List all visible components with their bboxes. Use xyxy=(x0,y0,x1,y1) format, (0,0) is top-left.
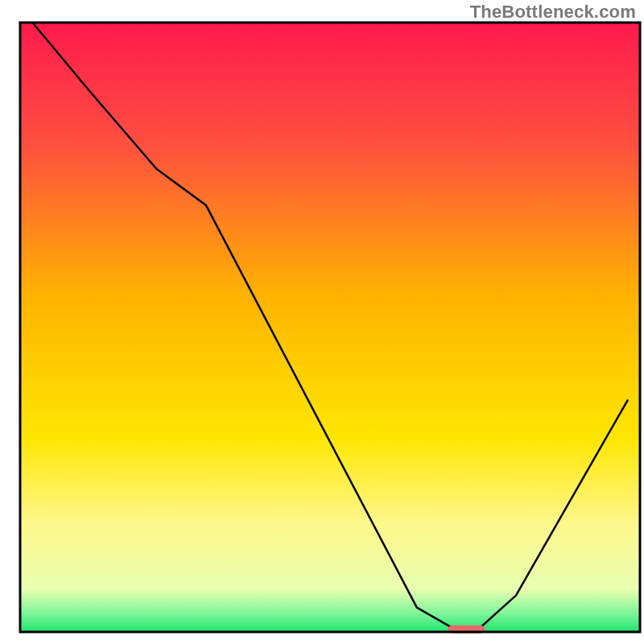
bottleneck-chart xyxy=(0,0,644,644)
chart-container: TheBottleneck.com xyxy=(0,0,644,644)
